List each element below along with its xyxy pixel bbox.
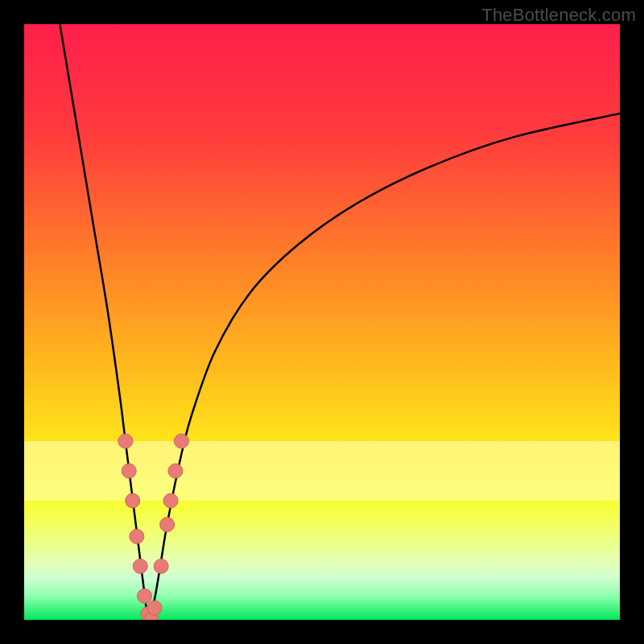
marker-point xyxy=(118,434,133,448)
marker-point xyxy=(160,518,175,532)
gradient-background xyxy=(24,24,620,620)
plot-area xyxy=(24,24,620,620)
marker-point xyxy=(126,493,140,508)
pale-band xyxy=(24,441,620,501)
attribution-watermark: TheBottleneck.com xyxy=(481,5,636,26)
marker-point xyxy=(154,559,168,573)
chart-svg xyxy=(24,24,620,620)
marker-point xyxy=(122,464,136,478)
marker-point xyxy=(163,493,178,508)
marker-point xyxy=(147,601,162,615)
marker-point xyxy=(130,529,144,543)
marker-point xyxy=(137,588,151,603)
marker-point xyxy=(133,559,147,573)
marker-point xyxy=(168,464,183,478)
marker-point xyxy=(174,434,188,448)
chart-frame: TheBottleneck.com xyxy=(0,0,644,644)
